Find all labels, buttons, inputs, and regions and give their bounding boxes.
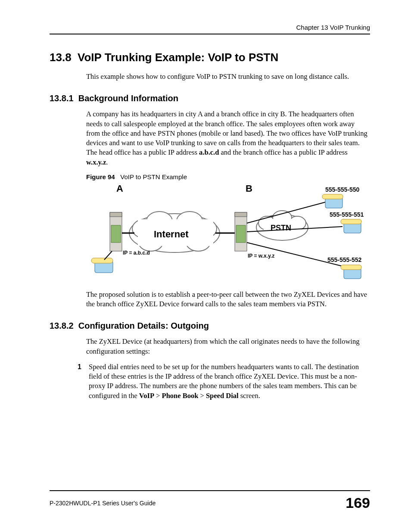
phone-1-icon <box>322 194 343 208</box>
phone-3-label: 555-555-552 <box>327 256 362 263</box>
ip-b-label: IP = w.x.y.z <box>248 253 274 259</box>
phone-1-label: 555-555-550 <box>325 186 360 193</box>
list-item: 1 Speed dial entries need to be set up f… <box>78 362 370 401</box>
section-number: 13.8 <box>50 51 72 64</box>
router-b-icon <box>235 212 247 251</box>
ip-headquarters: a.b.c.d <box>199 148 219 156</box>
section-intro: This example shows how to configure VoIP… <box>86 72 370 81</box>
bg-text-mid: and the branch office has a public IP ad… <box>219 148 347 156</box>
bg-text-post: . <box>106 158 108 166</box>
subsection-number: 13.8.1 <box>50 93 74 103</box>
figure-caption-text: VoIP to PSTN Example <box>120 173 187 180</box>
figure-caption: Figure 94 VoIP to PSTN Example <box>86 173 370 180</box>
phone-3-icon <box>341 265 361 279</box>
section-heading: 13.8 VoIP Trunking Example: VoIP to PSTN <box>50 51 370 64</box>
footer-rule <box>50 490 370 491</box>
svg-rect-32 <box>341 265 361 270</box>
running-header: Chapter 13 VoIP Trunking <box>50 24 370 31</box>
node-a-label: A <box>116 183 123 194</box>
background-paragraph-1: A company has its headquarters in city A… <box>86 109 370 167</box>
phone-2-icon <box>341 219 361 233</box>
gt-1: > <box>156 392 160 400</box>
figure-label: Figure 94 <box>86 173 115 180</box>
page-number: 169 <box>346 495 370 511</box>
svg-rect-30 <box>341 219 361 224</box>
subsection-number-2: 13.8.2 <box>50 321 74 330</box>
svg-rect-28 <box>322 194 343 199</box>
ip-a-label: IP = a.b.c.d <box>123 250 150 256</box>
subsection-heading-1: 13.8.1 Background Information <box>50 93 370 103</box>
subsection-heading-2: 13.8.2 Configuration Details: Outgoing <box>50 321 370 331</box>
cloud-pstn-label: PSTN <box>271 224 291 232</box>
list-item-text-post: screen. <box>239 392 260 400</box>
svg-rect-4 <box>91 258 113 263</box>
nav-phone-book: Phone Book <box>162 392 199 400</box>
figure-diagram: A B <box>86 182 371 286</box>
header-rule <box>50 34 370 34</box>
phone-a-icon <box>91 258 113 273</box>
nav-speed-dial: Speed Dial <box>206 392 239 400</box>
config-intro: The ZyXEL Device (at headquarters) from … <box>86 337 370 356</box>
svg-rect-1 <box>110 212 122 217</box>
svg-rect-17 <box>235 212 247 217</box>
footer-guide-name: P-2302HWUDL-P1 Series User's Guide <box>50 500 156 507</box>
nav-voip: VoIP <box>139 392 154 400</box>
cloud-internet-label: Internet <box>154 229 189 240</box>
subsection-title-2: Configuration Details: Outgoing <box>78 321 209 330</box>
node-b-label: B <box>246 183 252 194</box>
page-footer: P-2302HWUDL-P1 Series User's Guide 169 <box>50 490 370 511</box>
background-paragraph-2: The proposed solution is to establish a … <box>86 290 370 309</box>
list-item-number: 1 <box>78 362 81 372</box>
phone-2-label: 555-555-551 <box>330 211 364 218</box>
svg-rect-2 <box>111 225 121 243</box>
subsection-title: Background Information <box>78 93 178 103</box>
section-title: VoIP Trunking Example: VoIP to PSTN <box>78 51 278 64</box>
svg-rect-18 <box>236 225 246 243</box>
gt-2: > <box>200 392 204 400</box>
router-a-icon <box>110 212 122 251</box>
ip-branch: w.x.y.z <box>86 158 106 166</box>
